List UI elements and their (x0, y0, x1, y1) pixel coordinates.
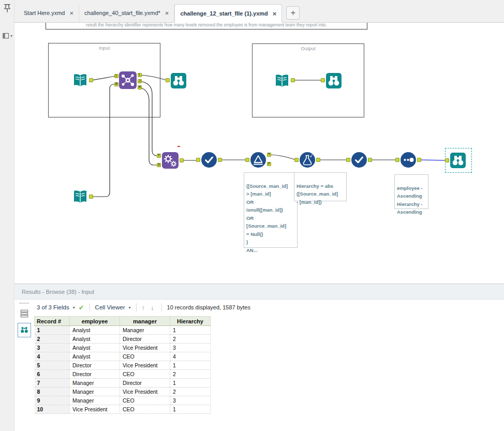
input-anchor[interactable] (321, 78, 325, 82)
pin-icon[interactable] (0, 0, 14, 17)
column-header[interactable]: Record # (35, 317, 70, 326)
close-tab-icon[interactable]: × (165, 10, 169, 17)
wire-selected[interactable] (419, 160, 447, 160)
table-cell[interactable]: 2 (170, 388, 211, 396)
record-number-cell[interactable]: 5 (35, 361, 70, 370)
tab-challenge-40[interactable]: challenge_40_start_file.yxmd* × (79, 4, 174, 22)
output-anchor[interactable] (291, 78, 295, 82)
input-data-tool-1[interactable] (72, 72, 88, 91)
check-tool-2[interactable] (351, 152, 367, 170)
browse-tool-selected[interactable] (450, 152, 466, 171)
input-anchor[interactable] (196, 158, 200, 162)
sort-annotation[interactable]: employee - Ascending Hierarchy - Ascendi… (394, 174, 428, 209)
table-cell[interactable]: CEO (120, 370, 170, 379)
fields-dropdown[interactable]: 3 of 3 Fields (37, 304, 69, 310)
grid-view-icon[interactable] (14, 305, 34, 319)
browse-view-button[interactable] (18, 323, 31, 337)
column-header[interactable]: manager (120, 317, 170, 326)
record-number-cell[interactable]: 7 (35, 379, 70, 388)
table-cell[interactable]: Director (120, 335, 170, 344)
output-anchor[interactable] (89, 195, 93, 199)
input-anchor[interactable]: L (114, 74, 118, 78)
record-number-cell[interactable]: 3 (35, 344, 70, 352)
column-header[interactable]: Hierarchy (170, 317, 211, 326)
output-anchor[interactable]: J (138, 79, 142, 83)
table-cell[interactable]: Director (70, 361, 120, 370)
table-cell[interactable]: Director (70, 370, 120, 379)
table-cell[interactable]: 1 (170, 361, 211, 370)
workflow-canvas[interactable]: result the hierarchy identifier represen… (14, 23, 504, 284)
output-anchor[interactable] (417, 158, 421, 162)
input-anchor[interactable]: T (157, 154, 161, 158)
table-cell[interactable]: Analyst (70, 352, 120, 361)
gear-tool[interactable] (161, 152, 179, 171)
record-number-cell[interactable]: 4 (35, 352, 70, 361)
sort-tool[interactable] (400, 152, 417, 170)
browse-tool-output[interactable] (325, 72, 342, 91)
wire[interactable] (269, 155, 296, 160)
tab-challenge-12[interactable]: challenge_12_start_fIle (1).yxmd × (174, 4, 282, 23)
output-anchor[interactable] (316, 158, 320, 162)
arrow-down-icon[interactable]: ↓ (151, 304, 156, 311)
table-cell[interactable]: Manager (70, 388, 120, 396)
output-anchor[interactable] (89, 78, 93, 82)
input-anchor[interactable] (445, 158, 449, 162)
input-anchor[interactable] (395, 158, 399, 162)
record-number-cell[interactable]: 8 (35, 388, 70, 396)
panel-toggle-icon[interactable]: ▾ (0, 29, 14, 43)
table-cell[interactable]: CEO (120, 396, 170, 405)
table-cell[interactable]: 3 (170, 344, 211, 352)
input-anchor[interactable] (294, 158, 299, 162)
cell-viewer-dropdown[interactable]: Cell Viewer (95, 304, 125, 310)
table-cell[interactable]: Analyst (70, 326, 120, 335)
chevron-down-icon[interactable]: ▾ (129, 305, 131, 310)
input-anchor[interactable]: S (157, 163, 161, 167)
new-tab-button[interactable]: + (286, 6, 300, 20)
close-tab-icon[interactable]: × (273, 10, 277, 17)
wire[interactable] (140, 87, 158, 165)
chevron-down-icon[interactable]: ▾ (73, 305, 75, 310)
table-cell[interactable]: 1 (170, 326, 211, 335)
table-cell[interactable]: Vice President (120, 388, 170, 396)
column-header[interactable]: employee (70, 317, 120, 326)
output-anchor[interactable] (180, 158, 184, 162)
table-cell[interactable]: Analyst (70, 335, 120, 344)
join-tool[interactable] (118, 71, 137, 92)
table-cell[interactable]: Vice President (120, 361, 170, 370)
output-anchor[interactable]: F (267, 162, 271, 166)
record-number-cell[interactable]: 10 (35, 405, 70, 414)
filter-annotation[interactable]: ([Source_man_id] > [man_id] OR isnull([m… (244, 172, 298, 248)
table-cell[interactable]: 4 (170, 352, 211, 361)
input-anchor[interactable] (245, 158, 249, 162)
record-number-cell[interactable]: 9 (35, 396, 70, 405)
input-anchor[interactable] (346, 158, 350, 162)
output-anchor[interactable] (368, 158, 372, 162)
filter-tool[interactable] (250, 152, 266, 170)
output-anchor[interactable]: L (138, 73, 142, 77)
record-number-cell[interactable]: 6 (35, 370, 70, 379)
table-cell[interactable]: Analyst (70, 344, 120, 352)
table-cell[interactable]: CEO (120, 405, 170, 414)
output-anchor[interactable] (218, 158, 222, 162)
table-cell[interactable]: Director (120, 379, 170, 388)
drag-handle-icon[interactable]: ••••• (14, 300, 34, 305)
formula-annotation[interactable]: Hierarchy = abs ([Source_man_id] - [man_… (294, 172, 347, 201)
wire[interactable] (140, 75, 167, 80)
output-anchor[interactable]: R (138, 85, 142, 90)
formula-tool[interactable] (299, 152, 316, 170)
table-cell[interactable]: Vice President (120, 344, 170, 352)
table-cell[interactable]: 2 (170, 370, 211, 379)
browse-tool-1[interactable] (170, 72, 187, 91)
record-number-cell[interactable]: 1 (35, 326, 70, 335)
input-data-tool-2[interactable] (72, 188, 88, 207)
input-anchor[interactable] (166, 78, 170, 82)
table-cell[interactable]: 1 (170, 405, 211, 414)
check-tool-1[interactable] (201, 152, 217, 170)
table-cell[interactable]: Manager (70, 379, 120, 388)
record-number-cell[interactable]: 2 (35, 335, 70, 344)
tab-start-here[interactable]: Start Here.yxmd × (19, 4, 79, 22)
table-cell[interactable]: Manager (120, 326, 170, 335)
table-cell[interactable]: Manager (70, 396, 120, 405)
table-cell[interactable]: 1 (170, 379, 211, 388)
table-cell[interactable]: CEO (120, 352, 170, 361)
